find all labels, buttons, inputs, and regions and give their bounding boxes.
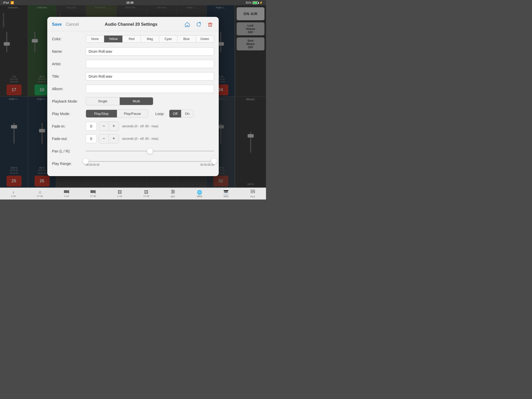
tab-audio-17-32[interactable]: ♫ 17-32 bbox=[32, 190, 48, 197]
artist-row: Artist: bbox=[52, 59, 214, 69]
svg-point-10 bbox=[172, 190, 173, 191]
color-yellow[interactable]: Yellow bbox=[104, 36, 122, 42]
svg-rect-13 bbox=[250, 190, 255, 190]
pan-thumb[interactable] bbox=[147, 148, 153, 154]
album-field-container bbox=[86, 85, 214, 93]
loop-off[interactable]: Off bbox=[169, 110, 181, 117]
tab-label-web: WEB bbox=[197, 195, 202, 198]
tab-pls[interactable]: PLS bbox=[245, 189, 261, 198]
image-icon: 🖼 bbox=[118, 190, 122, 195]
video-camera-icon bbox=[64, 190, 69, 195]
svg-rect-15 bbox=[250, 192, 254, 193]
play-stop[interactable]: Play/Stop bbox=[86, 110, 117, 117]
tab-web[interactable]: 🌐 WEB bbox=[192, 190, 207, 198]
playback-single[interactable]: Single bbox=[86, 97, 120, 105]
loop-on[interactable]: On bbox=[181, 110, 193, 117]
name-label: Name: bbox=[52, 49, 86, 54]
color-none[interactable]: None bbox=[86, 36, 104, 42]
svg-rect-3 bbox=[64, 190, 67, 193]
home-icon-button[interactable] bbox=[183, 21, 191, 28]
fade-in-controls: 0 − + seconds (0 - off, 60 - max) bbox=[86, 122, 214, 131]
play-range-thumb-left[interactable] bbox=[83, 158, 89, 164]
tab-video-1-16[interactable]: 1-16 bbox=[59, 190, 74, 197]
pan-slider[interactable] bbox=[86, 148, 214, 154]
color-blue[interactable]: Blue bbox=[177, 36, 196, 42]
tab-label-pls: PLS bbox=[250, 195, 255, 198]
play-range-label: Play Range: bbox=[52, 162, 86, 166]
tab-label-17-32: 17-32 bbox=[37, 195, 43, 197]
play-mode-and-loop: Play/Stop Play/Pause Loop: Off On bbox=[86, 110, 214, 118]
refresh-icon-button[interactable] bbox=[195, 21, 203, 28]
tab-img-1-16[interactable]: 🖼 1-16 bbox=[112, 190, 128, 197]
fade-out-controls: 0 − + seconds (0 - off, 60 - max) bbox=[86, 134, 214, 143]
color-cyan[interactable]: Cyan bbox=[159, 36, 177, 42]
fade-in-row: Fade-in: 0 − + seconds (0 - off, 60 - ma… bbox=[52, 122, 214, 131]
svg-rect-0 bbox=[209, 23, 212, 26]
play-range-track bbox=[86, 161, 214, 162]
play-range-labels: 00:00:00.00 00:00:08.25 bbox=[86, 163, 214, 166]
fade-out-value: 0 bbox=[86, 134, 97, 143]
video-camera2-icon bbox=[90, 190, 96, 195]
color-mag[interactable]: Mag bbox=[141, 36, 159, 42]
play-range-slider[interactable]: 00:00:00.00 00:00:08.25 bbox=[86, 161, 214, 166]
color-red[interactable]: Red bbox=[123, 36, 141, 42]
save-button[interactable]: Save bbox=[52, 22, 62, 27]
tab-label-set: SET bbox=[171, 195, 175, 198]
music-note-icon: ♪ bbox=[12, 190, 14, 195]
album-row: Album: bbox=[52, 84, 214, 94]
trash-icon-button[interactable] bbox=[206, 21, 214, 28]
modal-actions-left: Save Cancel bbox=[52, 22, 79, 27]
modal-body: Color: None Yellow Red Mag Cyan Blue Gre… bbox=[47, 31, 219, 176]
fade-out-control: 0 − + seconds (0 - off, 60 - max) bbox=[86, 134, 214, 143]
name-input[interactable] bbox=[86, 47, 214, 56]
status-left: iPad 📶 bbox=[3, 1, 14, 4]
music-notes-icon: ♫ bbox=[38, 190, 42, 195]
tab-midi[interactable]: 🎹 MIDI bbox=[218, 190, 234, 198]
title-row: Title: bbox=[52, 72, 214, 81]
tab-bar: ♪ 1-16 ♫ 17-32 1-16 17-32 🖼 1-16 🖼 17-32 bbox=[0, 188, 266, 200]
modal-header: Save Cancel Audio Channel 20 Settings bbox=[47, 17, 219, 31]
charging-icon: ⚡ bbox=[259, 1, 263, 4]
svg-point-11 bbox=[173, 191, 174, 192]
playback-multi[interactable]: Multi bbox=[120, 97, 153, 105]
tab-video-17-32[interactable]: 17-32 bbox=[85, 190, 101, 197]
title-input[interactable] bbox=[86, 72, 214, 81]
fade-out-desc: seconds (0 - off, 60 - max) bbox=[122, 137, 158, 141]
play-range-thumb-right[interactable] bbox=[211, 158, 217, 164]
tab-audio-1-16[interactable]: ♪ 1-16 bbox=[5, 190, 21, 197]
clock: 10:36 bbox=[126, 1, 134, 4]
pan-row: Pan (L / R): bbox=[52, 147, 214, 156]
battery-pct: 91% bbox=[246, 1, 251, 4]
pan-label: Pan (L / R): bbox=[52, 149, 86, 153]
battery-icon bbox=[252, 1, 258, 4]
tab-label-img-1-16: 1-16 bbox=[117, 195, 122, 197]
svg-rect-5 bbox=[90, 190, 94, 193]
tab-label-1-16: 1-16 bbox=[11, 195, 16, 197]
color-options: None Yellow Red Mag Cyan Blue Green bbox=[86, 35, 214, 43]
device-label: iPad bbox=[3, 1, 9, 4]
svg-marker-4 bbox=[67, 190, 69, 194]
loop-label: Loop: bbox=[155, 112, 164, 116]
playback-mode-label: Playback Mode: bbox=[52, 99, 86, 103]
play-range-end: 00:00:08.25 bbox=[200, 163, 214, 166]
cancel-button[interactable]: Cancel bbox=[66, 22, 79, 27]
fade-out-increment[interactable]: + bbox=[109, 134, 119, 143]
play-mode-row: Play Mode: Play/Stop Play/Pause Loop: Of… bbox=[52, 109, 214, 118]
artist-input[interactable] bbox=[86, 60, 214, 68]
svg-marker-6 bbox=[94, 190, 96, 194]
color-green[interactable]: Green bbox=[196, 36, 214, 42]
wifi-icon: 📶 bbox=[10, 1, 14, 4]
fade-out-label: Fade-out: bbox=[52, 137, 86, 141]
fade-out-decrement[interactable]: − bbox=[99, 134, 109, 143]
album-label: Album: bbox=[52, 87, 86, 91]
fade-in-increment[interactable]: + bbox=[109, 122, 119, 131]
fade-out-buttons: − + bbox=[99, 134, 119, 143]
name-row: Name: bbox=[52, 47, 214, 56]
name-field-container bbox=[86, 47, 214, 56]
tab-set[interactable]: SET bbox=[165, 189, 181, 198]
album-input[interactable] bbox=[86, 85, 214, 93]
title-label: Title: bbox=[52, 74, 86, 78]
tab-img-17-32[interactable]: 🖼 17-32 bbox=[138, 190, 154, 197]
fade-in-decrement[interactable]: − bbox=[99, 122, 109, 131]
play-pause[interactable]: Play/Pause bbox=[117, 110, 148, 117]
